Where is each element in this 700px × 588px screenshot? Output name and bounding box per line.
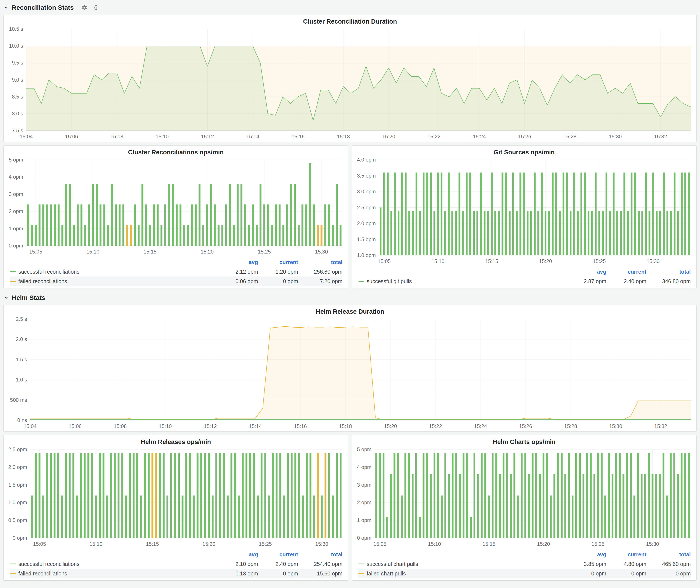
svg-text:15:04: 15:04 <box>24 423 37 429</box>
legend-series-name[interactable]: failed reconciliations <box>10 570 218 577</box>
legend-value: 0 opm <box>258 570 298 577</box>
svg-text:9.5 s: 9.5 s <box>12 60 23 66</box>
svg-text:15:10: 15:10 <box>156 134 169 139</box>
series-color-mark <box>10 281 16 282</box>
legend-col[interactable]: current <box>606 551 646 558</box>
legend-col[interactable]: avg <box>218 551 258 558</box>
panel-title[interactable]: Cluster Reconciliations ops/min <box>4 146 348 156</box>
helm-releases-chart[interactable]: 0 opm0.5 opm1.0 opm1.5 opm2.0 opm2.5 opm… <box>4 446 348 549</box>
legend-col[interactable]: avg <box>566 551 606 558</box>
legend-value: 0 opm <box>606 570 646 577</box>
svg-text:500 ms: 500 ms <box>10 397 27 403</box>
cluster-duration-chart[interactable]: 7.5 s8.0 s8.5 s9.0 s9.5 s10.0 s10.5 s15:… <box>4 26 696 142</box>
legend-row: successful reconciliations2.10 opm2.40 o… <box>10 559 342 569</box>
svg-text:15:08: 15:08 <box>110 134 123 139</box>
section-title[interactable]: Reconciliation Stats <box>12 4 74 11</box>
legend-col[interactable]: total <box>298 259 342 265</box>
series-color-mark <box>358 281 364 282</box>
chart-plot[interactable]: 0 opm1 opm2 opm3 opm4 opm5 opm15:0515:10… <box>4 156 348 257</box>
svg-text:15:20: 15:20 <box>202 541 215 547</box>
svg-text:15:30: 15:30 <box>609 423 622 429</box>
legend-value: 2.12 opm <box>218 269 258 275</box>
svg-text:15:30: 15:30 <box>646 541 659 547</box>
legend-series-name[interactable]: failed reconciliations <box>10 278 218 284</box>
legend-header: avgcurrenttotal <box>358 267 691 276</box>
section-helm-stats: Helm Stats <box>3 293 697 302</box>
legend-series-name[interactable]: successful git pulls <box>358 278 566 284</box>
chart-plot[interactable]: 0 ns500 ms1.0 s1.5 s2.0 s2.5 s15:0415:06… <box>4 316 696 431</box>
legend-row: successful git pulls2.87 opm2.40 opm346.… <box>358 276 691 286</box>
panel-title[interactable]: Cluster Reconciliation Duration <box>4 15 696 26</box>
legend-value: 0 opm <box>566 570 606 577</box>
svg-text:15:32: 15:32 <box>654 423 667 429</box>
svg-text:15:30: 15:30 <box>315 249 328 255</box>
section-title[interactable]: Helm Stats <box>12 294 45 301</box>
chart-plot[interactable]: 7.5 s8.0 s8.5 s9.0 s9.5 s10.0 s10.5 s15:… <box>4 26 696 142</box>
svg-text:0 opm: 0 opm <box>357 535 371 541</box>
svg-text:15:25: 15:25 <box>259 541 272 547</box>
git-sources-chart[interactable]: 1.0 opm1.5 opm2.0 opm2.5 opm3.0 opm3.5 o… <box>352 156 696 267</box>
legend-col[interactable]: avg <box>218 259 258 265</box>
panel-title[interactable]: Helm Charts ops/min <box>352 435 696 446</box>
legend-series-name[interactable]: successful chart pulls <box>358 561 566 567</box>
legend-col[interactable]: avg <box>566 269 606 275</box>
legend-value: 0 opm <box>258 278 298 284</box>
panel-title[interactable]: Helm Release Duration <box>4 305 696 316</box>
legend-value: 2.87 opm <box>566 278 606 284</box>
series-color-mark <box>358 573 364 574</box>
svg-text:1.5 opm: 1.5 opm <box>357 236 376 242</box>
svg-text:15:28: 15:28 <box>564 423 577 429</box>
legend-col[interactable]: current <box>258 551 298 558</box>
legend-row: successful chart pulls3.85 opm4.80 opm46… <box>358 559 691 569</box>
legend-value: 346.80 opm <box>646 278 691 284</box>
helm-charts-chart[interactable]: 0 opm1 opm2 opm3 opm4 opm5 opm15:0515:10… <box>352 446 696 549</box>
gear-icon[interactable] <box>81 4 88 11</box>
svg-text:15:14: 15:14 <box>246 134 259 139</box>
svg-text:0 ns: 0 ns <box>17 417 27 423</box>
trash-icon[interactable] <box>93 5 99 11</box>
svg-text:2.5 opm: 2.5 opm <box>8 446 27 452</box>
legend-value: 0.13 opm <box>218 570 258 577</box>
legend-col[interactable]: total <box>646 269 691 275</box>
svg-text:15:18: 15:18 <box>337 134 350 139</box>
legend-col[interactable]: total <box>646 551 691 558</box>
legend-series-name[interactable]: failed chart pulls <box>358 570 566 577</box>
svg-text:0.5 opm: 0.5 opm <box>8 517 27 523</box>
legend-value: 465.60 opm <box>646 561 691 567</box>
legend-col[interactable]: current <box>258 259 298 265</box>
panel-helm-charts-opm: Helm Charts ops/min 0 opm1 opm2 opm3 opm… <box>352 435 697 581</box>
svg-text:10.5 s: 10.5 s <box>9 26 23 32</box>
svg-text:15:12: 15:12 <box>204 423 217 429</box>
series-color-mark <box>10 271 16 272</box>
svg-text:8.5 s: 8.5 s <box>12 94 23 100</box>
svg-text:1.5 opm: 1.5 opm <box>8 482 27 488</box>
svg-text:15:20: 15:20 <box>539 258 552 264</box>
row-reconciliation-ops: Cluster Reconciliations ops/min 0 opm1 o… <box>3 145 697 292</box>
chart-plot[interactable]: 0 opm0.5 opm1.0 opm1.5 opm2.0 opm2.5 opm… <box>4 446 348 549</box>
svg-text:1.0 s: 1.0 s <box>16 377 27 383</box>
chart-plot[interactable]: 0 opm1 opm2 opm3 opm4 opm5 opm15:0515:10… <box>352 446 696 549</box>
legend-series-name[interactable]: successful reconciliations <box>10 561 218 567</box>
legend-series-name[interactable]: successful reconciliations <box>10 269 218 275</box>
svg-text:15:30: 15:30 <box>609 134 622 139</box>
cluster-reconciliations-chart[interactable]: 0 opm1 opm2 opm3 opm4 opm5 opm15:0515:10… <box>4 156 348 257</box>
panel-title[interactable]: Git Sources ops/min <box>352 146 696 156</box>
svg-text:2.0 opm: 2.0 opm <box>357 220 376 226</box>
svg-text:7.5 s: 7.5 s <box>12 128 23 133</box>
svg-text:10.0 s: 10.0 s <box>9 43 23 49</box>
legend-col[interactable]: total <box>298 551 342 558</box>
svg-text:2.5 opm: 2.5 opm <box>357 205 376 210</box>
chevron-down-icon[interactable] <box>3 294 10 301</box>
svg-text:15:30: 15:30 <box>315 541 328 547</box>
chart-plot[interactable]: 1.0 opm1.5 opm2.0 opm2.5 opm3.0 opm3.5 o… <box>352 156 696 267</box>
helm-duration-chart[interactable]: 0 ns500 ms1.0 s1.5 s2.0 s2.5 s15:0415:06… <box>4 316 696 431</box>
svg-text:1.0 opm: 1.0 opm <box>8 499 27 505</box>
legend-value: 2.10 opm <box>218 561 258 567</box>
panel-title[interactable]: Helm Releases ops/min <box>4 435 348 446</box>
svg-text:15:22: 15:22 <box>427 134 440 139</box>
svg-text:15:10: 15:10 <box>428 541 441 547</box>
legend-col[interactable]: current <box>606 269 646 275</box>
chevron-down-icon[interactable] <box>3 4 10 11</box>
legend-header: avgcurrenttotal <box>358 550 691 559</box>
svg-text:15:04: 15:04 <box>20 134 33 139</box>
